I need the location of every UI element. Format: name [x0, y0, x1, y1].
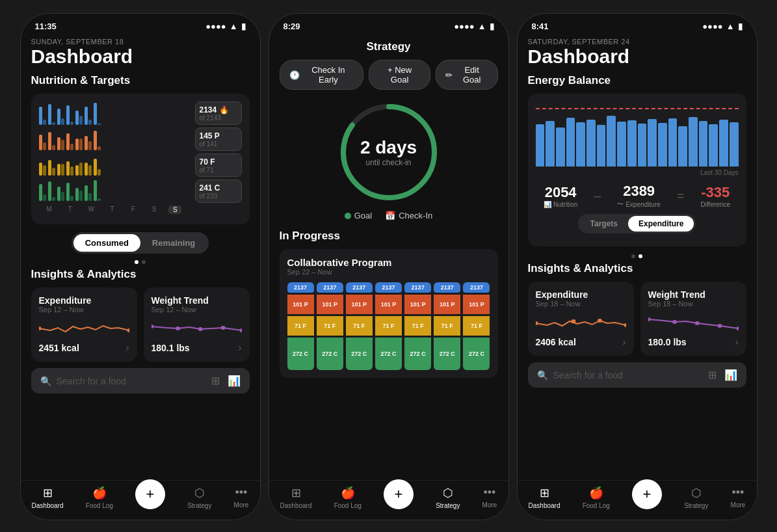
nav-more-3[interactable]: ••• More [731, 486, 746, 509]
nutrition-section-title: Nutrition & Targets [31, 74, 250, 87]
nav-dashboard-3[interactable]: ⊞ Dashboard [529, 486, 560, 509]
circle-days: 2 days [360, 137, 417, 158]
search-icon-3: 🔍 [537, 370, 548, 380]
new-goal-btn[interactable]: + New Goal [369, 60, 430, 90]
nav-strategy-1[interactable]: ⬡ Strategy [187, 486, 211, 509]
nav-strategy-2[interactable]: ⬡ Strategy [436, 486, 460, 509]
minus-sep: – [594, 189, 601, 204]
nav-foodlog-2[interactable]: 🍎 Food Log [334, 486, 362, 509]
battery-icon: ▮ [241, 21, 246, 31]
svg-point-14 [672, 320, 677, 324]
day-labels: M T W T F S S [39, 203, 186, 217]
bottom-nav-1: ⊞ Dashboard 🍎 Food Log + ⬡ Strategy ••• … [21, 480, 260, 520]
nav-plus-1[interactable]: + [135, 479, 165, 509]
barcode-icon-3[interactable]: ⊞ [708, 369, 717, 381]
wt-arrow: › [238, 342, 241, 354]
exp-sparkline-3 [536, 313, 626, 332]
target-toggle[interactable]: Targets Expenditure [578, 214, 696, 233]
cal-tag-1: 2137 [287, 282, 314, 293]
nav-more-2[interactable]: ••• More [482, 486, 497, 509]
energy-stats: 2054 📊 Nutrition – 2389 〜 Expenditure = [536, 183, 739, 209]
expenditure-card[interactable]: Expenditure Sep 12 – Now 2451 kcal › [31, 287, 137, 362]
fat-cell-5: 71 F [404, 316, 431, 336]
nutrition-grid: M T W T F S S 2134 🔥 of 2143 [31, 94, 250, 224]
nav-more-1[interactable]: ••• More [234, 486, 249, 509]
difference-stat: -335 Difference [701, 184, 730, 208]
dot-indicator-1 [31, 260, 250, 264]
nav-strategy-3[interactable]: ⬡ Strategy [684, 486, 708, 509]
nav-label-dashboard-2: Dashboard [280, 502, 312, 509]
energy-bar-12 [648, 119, 657, 166]
svg-point-10 [571, 319, 575, 323]
nav-plus-2[interactable]: + [384, 479, 414, 509]
energy-bar-11 [638, 124, 647, 166]
goal-dot [345, 213, 351, 219]
legend-goal: Goal [345, 211, 372, 220]
wifi-icon: ▲ [230, 21, 238, 31]
checkin-early-btn[interactable]: 🕐 Check In Early [280, 60, 364, 90]
search-bar-3[interactable]: 🔍 Search for a food ⊞ 📊 [528, 362, 746, 388]
signal-icon: ●●●● [205, 21, 226, 31]
dot-3a [631, 254, 635, 258]
cal-tag-3: 2137 [346, 282, 373, 293]
consumed-btn[interactable]: Consumed [73, 234, 140, 252]
strategy-icon-2: ⬡ [443, 486, 453, 500]
svg-point-12 [624, 323, 626, 327]
exp-arrow: › [125, 342, 129, 354]
day-M: M [43, 206, 56, 214]
exp-card-3[interactable]: Expenditure Sep 18 – Now 2406 kcal › [528, 282, 634, 356]
target-line [536, 108, 739, 109]
carb-cell-5: 272 C [404, 338, 431, 370]
date-label-3: SATURDAY, SEPTEMBER 24 [528, 38, 746, 46]
svg-point-1 [127, 328, 129, 332]
more-icon-3: ••• [732, 486, 744, 499]
circle-center: 2 days until check-in [360, 137, 417, 167]
nav-dashboard-1[interactable]: ⊞ Dashboard [32, 486, 64, 509]
targets-btn[interactable]: Targets [580, 216, 628, 232]
nutrition-val: 2054 [544, 184, 577, 201]
carbs-row [39, 178, 186, 201]
cal-tag-7: 2137 [463, 282, 490, 293]
barcode-icon-1[interactable]: ⊞ [211, 375, 220, 387]
day-S: S [148, 206, 161, 214]
cal-tag-6: 2137 [434, 282, 460, 293]
consumed-toggle[interactable]: Consumed Remaining [72, 232, 209, 254]
energy-bar-2 [546, 121, 555, 166]
nav-foodlog-3[interactable]: 🍎 Food Log [583, 486, 610, 509]
day-T2: T [105, 206, 118, 214]
exp-value: 2451 kcal [39, 343, 79, 353]
nutrition-bars: M T W T F S S [39, 101, 186, 217]
nav-plus-3[interactable]: + [632, 479, 662, 509]
insights-title-1: Insights & Analytics [31, 268, 250, 281]
wt-title: Weight Trend [151, 295, 242, 306]
chart-icon-3[interactable]: 📊 [724, 369, 737, 381]
edit-goal-btn[interactable]: ✏ Edit Goal [436, 60, 498, 90]
wt-card-3[interactable]: Weight Trend Sep 18 – Now 180.0 lbs › [640, 282, 746, 356]
energy-bar-1 [536, 124, 545, 166]
nav-dashboard-2[interactable]: ⊞ Dashboard [280, 486, 312, 509]
stat-fat: 70 F of 71 [195, 153, 242, 177]
energy-bar-15 [678, 126, 687, 166]
stats-col: 2134 🔥 of 2143 145 P of 141 70 F [190, 101, 242, 217]
chart-label: Last 30 Days [536, 169, 739, 176]
day-S2: S [168, 206, 181, 214]
expenditure-btn[interactable]: Expenditure [628, 216, 694, 232]
status-bar-2: 8:29 ●●●● ▲ ▮ [269, 14, 508, 34]
wt-title-3: Weight Trend [648, 289, 739, 300]
weight-card[interactable]: Weight Trend Sep 12 – Now 180.1 lbs › [144, 287, 250, 362]
energy-bar-7 [597, 125, 606, 166]
nav-foodlog-1[interactable]: 🍎 Food Log [86, 486, 113, 509]
wt-sub: Sep 12 – Now [151, 306, 242, 313]
svg-point-9 [536, 321, 538, 325]
time-2: 8:29 [283, 21, 300, 31]
prog-col-5: 2137 101 P 71 F 272 C [404, 282, 431, 370]
search-bar-1[interactable]: 🔍 Search for a food ⊞ 📊 [31, 368, 250, 393]
chart-icon-1[interactable]: 📊 [228, 375, 241, 387]
wifi-icon-3: ▲ [726, 21, 735, 31]
svg-point-5 [220, 326, 225, 330]
fat-row [39, 152, 186, 176]
battery-icon-2: ▮ [490, 21, 494, 31]
program-grid: 2137 101 P 71 F 272 C 2137 101 P 71 F 27… [287, 282, 490, 370]
remaining-btn[interactable]: Remaining [140, 234, 207, 252]
fat-cell-2: 71 F [317, 316, 343, 336]
